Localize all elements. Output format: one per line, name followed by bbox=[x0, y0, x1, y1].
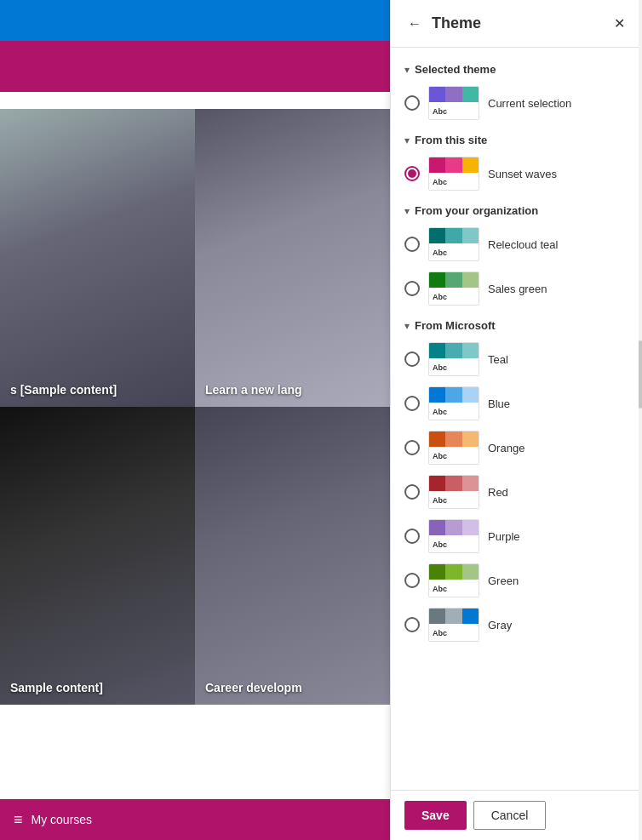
chevron-icon-microsoft: ▾ bbox=[404, 320, 410, 332]
section-header-from-org[interactable]: ▾ From your organization bbox=[391, 196, 642, 222]
theme-panel: ← Theme ✕ ▾ Selected theme Abc Current s… bbox=[390, 0, 642, 840]
swatch-gray: Abc bbox=[428, 608, 479, 642]
radio-green[interactable] bbox=[404, 573, 420, 588]
theme-name-purple: Purple bbox=[488, 530, 520, 543]
magenta-header-bar bbox=[0, 41, 390, 92]
theme-name-red: Red bbox=[488, 486, 508, 499]
swatch-relecloud: Abc bbox=[428, 227, 479, 261]
theme-name-green: Green bbox=[488, 574, 519, 587]
bottom-navigation-bar[interactable]: ≡ My courses bbox=[0, 799, 390, 840]
radio-orange[interactable] bbox=[404, 440, 420, 455]
section-header-selected-theme[interactable]: ▾ Selected theme bbox=[391, 54, 642, 81]
grid-item-2[interactable]: Learn a new lang bbox=[195, 109, 390, 407]
theme-option-orange[interactable]: Abc Orange bbox=[391, 426, 642, 470]
section-header-from-site[interactable]: ▾ From this site bbox=[391, 125, 642, 151]
panel-header-left: ← Theme bbox=[404, 13, 481, 35]
scroll-thumb bbox=[639, 340, 642, 409]
theme-name-relecloud: Relecloud teal bbox=[488, 238, 558, 251]
cancel-button[interactable]: Cancel bbox=[473, 801, 547, 830]
grid-item-label-3: Sample content] bbox=[10, 681, 103, 694]
section-label-org: From your organization bbox=[415, 204, 538, 217]
back-button[interactable]: ← bbox=[404, 13, 425, 35]
theme-option-sales-green[interactable]: Abc Sales green bbox=[391, 266, 642, 311]
chevron-icon-site: ▾ bbox=[404, 134, 410, 146]
radio-sales-green[interactable] bbox=[404, 281, 420, 296]
theme-name-current: Current selection bbox=[488, 97, 571, 110]
theme-name-sales-green: Sales green bbox=[488, 283, 547, 295]
top-navigation-bar bbox=[0, 0, 390, 41]
theme-option-sunset-waves[interactable]: Abc Sunset waves bbox=[391, 151, 642, 196]
swatch-teal: Abc bbox=[428, 342, 479, 376]
grid-item-4[interactable]: Career developm bbox=[195, 407, 390, 705]
left-content-area: s [Sample content] Learn a new lang Samp… bbox=[0, 0, 390, 840]
close-button[interactable]: ✕ bbox=[610, 12, 628, 35]
radio-blue[interactable] bbox=[404, 396, 420, 411]
grid-item-1[interactable]: s [Sample content] bbox=[0, 109, 195, 407]
theme-option-gray[interactable]: Abc Gray bbox=[391, 603, 642, 647]
swatch-green: Abc bbox=[428, 563, 479, 597]
theme-option-teal[interactable]: Abc Teal bbox=[391, 337, 642, 381]
panel-header: ← Theme ✕ bbox=[391, 0, 642, 48]
theme-option-current[interactable]: Abc Current selection bbox=[391, 81, 642, 125]
theme-name-sunset-waves: Sunset waves bbox=[488, 168, 557, 180]
theme-option-red[interactable]: Abc Red bbox=[391, 470, 642, 514]
section-label-site: From this site bbox=[415, 134, 487, 146]
theme-name-orange: Orange bbox=[488, 442, 524, 454]
radio-red[interactable] bbox=[404, 484, 420, 500]
grid-item-3[interactable]: Sample content] bbox=[0, 407, 195, 705]
theme-name-gray: Gray bbox=[488, 619, 512, 631]
swatch-purple: Abc bbox=[428, 519, 479, 553]
theme-option-purple[interactable]: Abc Purple bbox=[391, 514, 642, 558]
panel-title: Theme bbox=[432, 14, 481, 32]
theme-option-green[interactable]: Abc Green bbox=[391, 558, 642, 603]
radio-gray[interactable] bbox=[404, 617, 420, 632]
section-header-from-microsoft[interactable]: ▾ From Microsoft bbox=[391, 311, 642, 337]
section-label-selected: Selected theme bbox=[415, 63, 496, 76]
radio-purple[interactable] bbox=[404, 529, 420, 544]
radio-sunset-waves[interactable] bbox=[404, 166, 420, 181]
scroll-indicator bbox=[639, 0, 642, 840]
my-courses-label: My courses bbox=[32, 813, 93, 826]
swatch-sunset-waves: Abc bbox=[428, 157, 479, 191]
save-button[interactable]: Save bbox=[404, 801, 467, 830]
content-grid: s [Sample content] Learn a new lang Samp… bbox=[0, 109, 390, 705]
swatch-orange: Abc bbox=[428, 431, 479, 465]
grid-item-label-1: s [Sample content] bbox=[10, 383, 117, 397]
swatch-sales-green: Abc bbox=[428, 271, 479, 306]
theme-name-blue: Blue bbox=[488, 397, 510, 410]
chevron-icon-org: ▾ bbox=[404, 205, 410, 217]
my-courses-icon: ≡ bbox=[14, 811, 23, 829]
radio-teal[interactable] bbox=[404, 351, 420, 367]
chevron-icon-selected: ▾ bbox=[404, 64, 410, 76]
swatch-red: Abc bbox=[428, 475, 479, 509]
white-separator bbox=[0, 92, 390, 109]
swatch-current: Abc bbox=[428, 86, 479, 120]
theme-name-teal: Teal bbox=[488, 353, 508, 366]
radio-relecloud[interactable] bbox=[404, 237, 420, 252]
grid-item-label-4: Career developm bbox=[205, 681, 302, 694]
theme-option-relecloud[interactable]: Abc Relecloud teal bbox=[391, 222, 642, 266]
swatch-blue: Abc bbox=[428, 386, 479, 420]
grid-item-label-2: Learn a new lang bbox=[205, 383, 302, 397]
radio-current[interactable] bbox=[404, 95, 420, 111]
panel-scroll-area[interactable]: ▾ Selected theme Abc Current selection ▾… bbox=[391, 48, 642, 840]
panel-footer: Save Cancel bbox=[391, 790, 642, 840]
section-label-microsoft: From Microsoft bbox=[415, 319, 496, 332]
theme-option-blue[interactable]: Abc Blue bbox=[391, 381, 642, 426]
